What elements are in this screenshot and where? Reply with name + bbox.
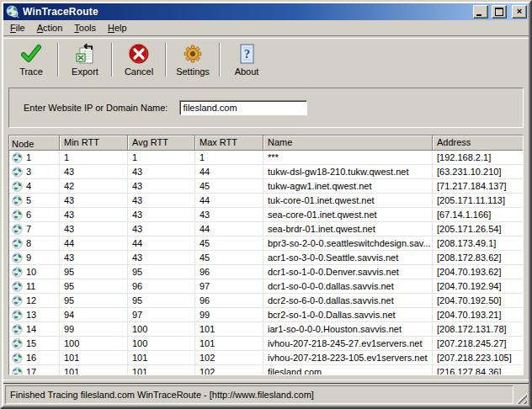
close-icon: ×: [517, 7, 522, 16]
avg-rtt-cell: 44: [128, 236, 195, 251]
node-cell: 14: [9, 322, 60, 337]
table-row[interactable]: 6 43 43 43 sea-core-01.inet.qwest.net [6…: [9, 208, 523, 222]
settings-gear-icon: [182, 43, 204, 65]
ip-address-cell: [216.127.84.36]: [433, 365, 523, 374]
ip-address-cell: [208.172.131.78]: [433, 322, 523, 337]
cancel-button[interactable]: Cancel: [114, 40, 164, 79]
trace-button[interactable]: Trace: [6, 40, 56, 79]
cancel-button-label: Cancel: [125, 66, 153, 77]
about-button-label: About: [235, 66, 259, 77]
avg-rtt-cell: 43: [128, 165, 195, 179]
avg-rtt-cell: 100: [128, 337, 195, 351]
column-header-name[interactable]: Name: [263, 135, 433, 151]
about-button[interactable]: ? About: [221, 40, 272, 79]
min-rtt-cell: 95: [60, 265, 128, 279]
node-cell: 6: [9, 208, 60, 222]
host-name-cell: acr1-so-3-0-0.Seattle.savvis.net: [263, 251, 433, 265]
ip-address-cell: [67.14.1.166]: [433, 208, 523, 222]
ip-address-cell: [204.70.193.62]: [433, 265, 523, 279]
host-name-cell: bcr2-so-1-0-0.Dallas.savvis.net: [263, 308, 433, 322]
minimize-button[interactable]: [473, 5, 488, 19]
column-header-node[interactable]: Node: [9, 135, 60, 151]
hop-globe-icon: [12, 353, 23, 364]
table-row[interactable]: 10 95 95 96 dcr1-so-1-0-0.Denver.savvis.…: [9, 265, 523, 279]
table-row[interactable]: 15 100 100 101 ivhou-207-218-245-27.ev1s…: [9, 337, 523, 351]
ip-address-cell: [192.168.2.1]: [433, 151, 523, 165]
max-rtt-cell: 101: [195, 337, 263, 351]
min-rtt-cell: 42: [60, 179, 128, 194]
min-rtt-cell: 43: [60, 194, 128, 208]
min-rtt-cell: 43: [60, 222, 128, 236]
hop-globe-icon: [12, 338, 23, 349]
domain-input[interactable]: [179, 100, 307, 115]
node-cell: 1: [9, 151, 60, 165]
min-rtt-cell: 1: [60, 151, 128, 165]
host-name-cell: dcr1-so-1-0-0.Denver.savvis.net: [263, 265, 433, 279]
table-row[interactable]: 3 43 43 44 tukw-dsl-gw18-210.tukw.qwest.…: [9, 165, 523, 179]
max-rtt-cell: 43: [195, 208, 263, 222]
node-cell: 17: [9, 365, 60, 374]
table-row[interactable]: 9 43 43 45 acr1-so-3-0-0.Seattle.savvis.…: [9, 251, 523, 265]
toolbar-separator: [165, 43, 167, 77]
avg-rtt-cell: 1: [128, 151, 195, 165]
export-button[interactable]: Export: [60, 40, 110, 79]
menu-action[interactable]: Action: [31, 21, 69, 35]
max-rtt-cell: 96: [195, 294, 263, 308]
hop-globe-icon: [12, 295, 23, 306]
table-row[interactable]: 13 94 97 99 bcr2-so-1-0-0.Dallas.savvis.…: [9, 308, 523, 322]
avg-rtt-cell: 95: [128, 294, 195, 308]
toolbar-separator: [57, 43, 59, 77]
menu-file[interactable]: File: [4, 21, 31, 35]
table-row[interactable]: 11 95 96 97 dcr1-so-0-0-0.dallas.savvis.…: [9, 279, 523, 294]
hop-globe-icon: [12, 210, 23, 220]
maximize-button[interactable]: [492, 5, 507, 19]
trace-results-table: Node Min RTT Avg RTT Max RTT Name Addres…: [8, 135, 524, 375]
column-header-min-rtt[interactable]: Min RTT: [60, 135, 128, 151]
table-row[interactable]: 1 1 1 1 *** [192.168.2.1]: [9, 151, 523, 165]
table-row[interactable]: 12 95 95 96 dcr2-so-6-0-0.dallas.savvis.…: [9, 294, 523, 308]
min-rtt-cell: 43: [60, 251, 128, 265]
max-rtt-cell: 96: [195, 265, 263, 279]
toolbar-separator: [219, 43, 221, 77]
avg-rtt-cell: 96: [128, 279, 195, 294]
settings-button[interactable]: Settings: [168, 40, 218, 79]
avg-rtt-cell: 100: [128, 322, 195, 337]
hop-globe-icon: [12, 281, 23, 292]
max-rtt-cell: 99: [195, 308, 263, 322]
hop-globe-icon: [12, 181, 23, 192]
max-rtt-cell: 102: [195, 365, 263, 374]
host-name-cell: dcr2-so-6-0-0.dallas.savvis.net: [263, 294, 433, 308]
app-window: WinTraceRoute × File Action Tools Help T…: [0, 0, 532, 409]
table-row[interactable]: 8 44 44 45 bpr3-so-2-0-0.seattleswitchde…: [9, 236, 523, 251]
table-row[interactable]: 16 101 101 102 ivhou-207-218-223-105.ev1…: [9, 351, 523, 365]
menubar: File Action Tools Help: [3, 20, 529, 35]
column-header-avg-rtt[interactable]: Avg RTT: [128, 135, 195, 151]
table-row[interactable]: 7 43 43 44 sea-brdr-01.inet.qwest.net [2…: [9, 222, 523, 236]
max-rtt-cell: 1: [195, 151, 263, 165]
resize-grip-icon[interactable]: [515, 390, 527, 404]
host-name-cell: ivhou-207-218-223-105.ev1servers.net: [263, 351, 433, 365]
statusbar: Finished Tracing filesland.com WinTraceR…: [3, 384, 529, 406]
max-rtt-cell: 45: [195, 179, 263, 194]
ip-address-cell: [204.70.192.94]: [433, 279, 523, 294]
maximize-icon: [495, 8, 503, 16]
column-header-max-rtt[interactable]: Max RTT: [195, 135, 263, 151]
node-cell: 5: [9, 194, 60, 208]
table-row[interactable]: 5 43 43 44 tuk-core-01.inet.qwest.net [2…: [9, 194, 523, 208]
host-name-cell: dcr1-so-0-0-0.dallas.savvis.net: [263, 279, 433, 294]
export-button-label: Export: [72, 66, 98, 77]
menu-tools[interactable]: Tools: [68, 21, 102, 35]
menu-help[interactable]: Help: [102, 21, 133, 35]
close-button[interactable]: ×: [512, 5, 527, 19]
host-name-cell: sea-brdr-01.inet.qwest.net: [263, 222, 433, 236]
hop-globe-icon: [12, 224, 23, 235]
column-header-address[interactable]: Address: [433, 135, 523, 151]
node-cell: 4: [9, 179, 60, 194]
toolbar-separator: [111, 43, 113, 77]
table-row[interactable]: 14 99 100 101 iar1-so-0-0-0.Houston.savv…: [9, 322, 523, 337]
about-help-icon: ?: [236, 43, 258, 65]
avg-rtt-cell: 97: [128, 308, 195, 322]
titlebar[interactable]: WinTraceRoute ×: [3, 3, 529, 20]
table-row[interactable]: 4 42 43 45 tukw-agw1.inet.qwest.net [71.…: [9, 179, 523, 194]
table-row[interactable]: 17 101 101 102 filesland.com [216.127.84…: [9, 365, 523, 374]
